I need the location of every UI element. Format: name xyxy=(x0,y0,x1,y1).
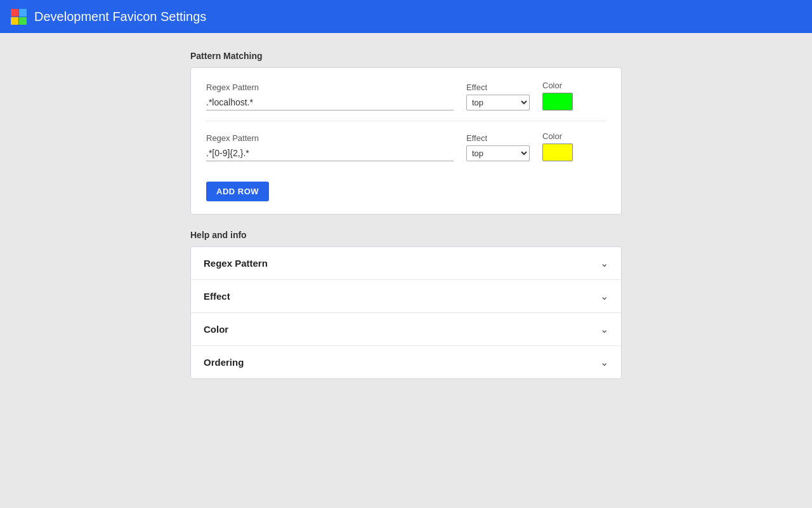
svg-rect-3 xyxy=(19,17,27,25)
effect-field-group-2: Effect top bottom left right overlay xyxy=(466,133,530,161)
pattern-row-1: Regex Pattern Effect top bottom left rig… xyxy=(206,81,606,121)
color-swatch-2[interactable] xyxy=(542,144,573,161)
accordion-item-color[interactable]: Color ⌄ xyxy=(191,313,621,346)
help-info-label: Help and info xyxy=(190,230,622,240)
effect-select-1[interactable]: top bottom left right overlay xyxy=(466,95,530,110)
effect-label-1: Effect xyxy=(466,83,530,92)
svg-rect-1 xyxy=(19,9,27,17)
effect-select-2[interactable]: top bottom left right overlay xyxy=(466,145,530,161)
app-icon xyxy=(10,8,27,25)
effect-label-2: Effect xyxy=(466,133,530,143)
regex-field-group-1: Regex Pattern xyxy=(206,83,454,110)
accordion-item-effect[interactable]: Effect ⌄ xyxy=(191,280,621,313)
accordion-label-ordering: Ordering xyxy=(204,357,244,368)
effect-field-group-1: Effect top bottom left right overlay xyxy=(466,83,530,110)
color-label-1: Color xyxy=(542,81,573,90)
color-field-group-2: Color xyxy=(542,131,573,161)
pattern-matching-label: Pattern Matching xyxy=(190,51,622,61)
pattern-row-2: Regex Pattern Effect top bottom left rig… xyxy=(206,131,606,171)
accordion-label-color: Color xyxy=(204,324,228,335)
svg-rect-2 xyxy=(11,17,18,25)
regex-label-2: Regex Pattern xyxy=(206,133,454,143)
color-label-2: Color xyxy=(542,131,573,141)
svg-rect-0 xyxy=(11,9,18,17)
color-swatch-1[interactable] xyxy=(542,93,573,110)
add-row-button[interactable]: ADD ROW xyxy=(206,182,269,201)
color-field-group-1: Color xyxy=(542,81,573,110)
chevron-down-icon-ordering: ⌄ xyxy=(600,356,608,368)
accordion-label-regex: Regex Pattern xyxy=(204,258,268,269)
accordion-item-ordering[interactable]: Ordering ⌄ xyxy=(191,346,621,378)
pattern-matching-card: Regex Pattern Effect top bottom left rig… xyxy=(190,67,622,215)
chevron-down-icon-effect: ⌄ xyxy=(600,290,608,302)
regex-input-2[interactable] xyxy=(206,145,454,161)
app-header: Development Favicon Settings xyxy=(0,0,812,33)
chevron-down-icon-regex: ⌄ xyxy=(600,257,608,269)
main-content: Pattern Matching Regex Pattern Effect to… xyxy=(0,33,812,412)
accordion-label-effect: Effect xyxy=(204,291,230,302)
regex-label-1: Regex Pattern xyxy=(206,83,454,92)
help-info-section: Help and info Regex Pattern ⌄ Effect ⌄ C… xyxy=(190,230,622,379)
chevron-down-icon-color: ⌄ xyxy=(600,323,608,335)
regex-field-group-2: Regex Pattern xyxy=(206,133,454,161)
page-title: Development Favicon Settings xyxy=(34,10,206,24)
regex-input-1[interactable] xyxy=(206,95,454,110)
pattern-matching-section: Pattern Matching Regex Pattern Effect to… xyxy=(190,51,622,215)
help-info-card: Regex Pattern ⌄ Effect ⌄ Color ⌄ Orderin… xyxy=(190,246,622,379)
accordion-item-regex[interactable]: Regex Pattern ⌄ xyxy=(191,247,621,280)
